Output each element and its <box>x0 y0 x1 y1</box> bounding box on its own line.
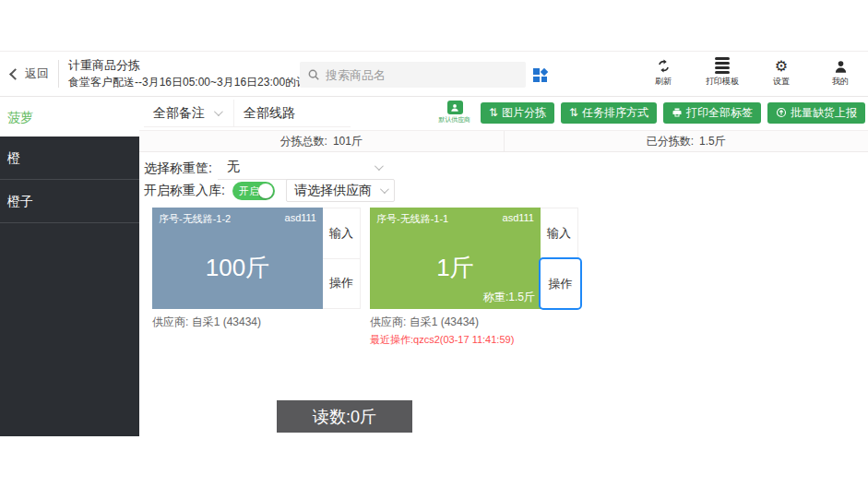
card-product: asd111 <box>503 212 534 226</box>
image-sort-label: 图片分拣 <box>502 105 546 121</box>
note-filter-select[interactable]: 全部备注 <box>144 100 234 127</box>
screen: 返回 计重商品分拣 食堂客户配送--3月16日05:00~3月16日23:00的… <box>0 0 868 499</box>
sorted-count-value: 1.5斤 <box>699 134 726 149</box>
route-filter-select[interactable]: 全部线路 <box>234 100 351 127</box>
note-filter-value: 全部备注 <box>153 105 205 122</box>
filters: 全部备注 全部线路 <box>144 100 351 127</box>
sidebar-item[interactable]: 橙子 <box>0 180 139 223</box>
search-input[interactable] <box>326 68 518 82</box>
basket-row: 选择称重筐: 无 <box>144 157 388 180</box>
print-template-label: 打印模板 <box>706 76 739 88</box>
batch-shortage-report-label: 批量缺货上报 <box>791 105 857 121</box>
route-filter-value: 全部线路 <box>244 105 295 122</box>
card-product: asd111 <box>285 212 316 226</box>
operate-button[interactable]: 操作 <box>323 259 360 309</box>
top-header: 返回 计重商品分拣 食堂客户配送--3月16日05:00~3月16日23:00的… <box>0 51 868 97</box>
supplier-badge-icon <box>447 101 463 114</box>
card-weight: 称重:1.5斤 <box>483 290 535 305</box>
sort-icon: ⇅ <box>569 107 578 118</box>
input-button[interactable]: 输入 <box>323 208 360 259</box>
weigh-toggle-label: 开启称重入库: <box>144 183 225 199</box>
supplier-select[interactable]: 请选择供应商 <box>286 179 395 202</box>
card-serial: 序号-无线路-1-2 <box>159 212 231 226</box>
sort-icon: ⇅ <box>489 107 498 118</box>
basket-select[interactable]: 无 <box>218 157 388 180</box>
task-card[interactable]: 序号-无线路-1-1 asd111 1斤 称重:1.5斤 <box>370 208 541 309</box>
tool-buttons: 默认供应商 ⇅ 图片分拣 ⇅ 任务排序方式 <box>437 101 865 125</box>
supplier-select-value: 请选择供应商 <box>294 183 372 199</box>
operate-button-focused[interactable]: 操作 <box>539 257 582 310</box>
card-actions: 输入 操作 <box>323 208 361 309</box>
sorted-count-cell: 已分拣数: 1.5斤 <box>504 131 868 151</box>
batch-shortage-report-button[interactable]: 批量缺货上报 <box>767 102 865 124</box>
card-last-operation: 最近操作:qzcs2(03-17 11:41:59) <box>370 333 580 347</box>
weigh-row: 开启称重入库: 开启 请选择供应商 <box>144 179 395 202</box>
total-count-value: 101斤 <box>333 134 363 149</box>
gear-icon: ⚙ <box>775 57 788 74</box>
card-supplier: 供应商: 自采1 (43434) <box>370 315 580 330</box>
search-icon <box>307 68 320 81</box>
page-title: 计重商品分拣 <box>68 57 318 75</box>
toggle-on-label: 开启 <box>239 182 259 200</box>
sidebar-item-selected[interactable]: 菠萝 <box>0 98 139 137</box>
basket-value: 无 <box>227 159 240 175</box>
dashboard-grid-icon[interactable] <box>533 68 547 82</box>
back-button[interactable]: 返回 <box>0 52 58 96</box>
refresh-button[interactable]: 刷新 <box>643 57 684 88</box>
sidebar-list: 橙 橙子 <box>0 137 139 436</box>
refresh-icon <box>656 57 672 74</box>
scale-reading-value: 读数:0斤 <box>313 406 376 428</box>
scale-reading-bar: 读数:0斤 <box>277 400 412 433</box>
card-serial: 序号-无线路-1-1 <box>376 212 448 226</box>
chevron-down-icon <box>214 107 223 116</box>
input-button[interactable]: 输入 <box>541 208 577 258</box>
toggle-knob <box>258 184 273 198</box>
task-order-button[interactable]: ⇅ 任务排序方式 <box>561 102 657 124</box>
my-account-button[interactable]: 我的 <box>820 57 861 88</box>
print-template-icon <box>715 57 730 74</box>
print-all-labels-label: 打印全部标签 <box>686 105 753 121</box>
main-content: 全部备注 全部线路 默认供应商 ⇅ <box>139 98 868 499</box>
print-all-labels-button[interactable]: 打印全部标签 <box>663 102 761 124</box>
user-icon <box>834 57 848 74</box>
image-sort-button[interactable]: ⇅ 图片分拣 <box>481 102 554 124</box>
chevron-down-icon <box>380 184 389 194</box>
stats-row: 分拣总数: 101斤 已分拣数: 1.5斤 <box>139 130 868 152</box>
task-cards: 序号-无线路-1-2 asd111 100斤 输入 操作 供应商: 自采1 (4… <box>152 208 580 347</box>
settings-button[interactable]: ⚙ 设置 <box>761 57 802 88</box>
default-supplier-button[interactable]: 默认供应商 <box>437 101 472 125</box>
default-supplier-label: 默认供应商 <box>439 115 471 124</box>
task-order-label: 任务排序方式 <box>582 105 648 121</box>
toolbar-row: 全部备注 全部线路 默认供应商 ⇅ <box>139 98 868 129</box>
task-card[interactable]: 序号-无线路-1-2 asd111 100斤 <box>152 208 323 309</box>
back-label: 返回 <box>25 65 49 82</box>
page-subtitle: 食堂客户配送--3月16日05:00~3月16日23:00的订单 <box>68 75 318 90</box>
print-template-button[interactable]: 打印模板 <box>702 57 743 88</box>
sidebar-item[interactable]: 橙 <box>0 137 139 180</box>
task-card-group: 序号-无线路-1-2 asd111 100斤 输入 操作 供应商: 自采1 (4… <box>152 208 363 347</box>
report-icon <box>776 107 787 118</box>
card-actions: 输入 操作 <box>541 208 578 309</box>
my-account-label: 我的 <box>832 76 849 88</box>
product-sidebar: 菠萝 橙 橙子 <box>0 98 139 436</box>
search-box[interactable] <box>300 62 526 88</box>
chevron-down-icon <box>375 161 384 171</box>
chevron-left-icon <box>9 68 21 80</box>
card-quantity: 100斤 <box>152 226 323 309</box>
basket-label: 选择称重筐: <box>144 160 212 177</box>
task-card-group: 序号-无线路-1-1 asd111 1斤 称重:1.5斤 输入 操作 供应商: … <box>370 208 580 347</box>
refresh-label: 刷新 <box>655 76 672 88</box>
header-divider <box>58 60 59 88</box>
settings-label: 设置 <box>773 76 790 88</box>
total-count-cell: 分拣总数: 101斤 <box>139 131 504 151</box>
printer-icon <box>672 107 683 118</box>
weigh-toggle[interactable]: 开启 <box>232 182 275 200</box>
title-block: 计重商品分拣 食堂客户配送--3月16日05:00~3月16日23:00的订单 <box>68 57 318 90</box>
sorted-count-label: 已分拣数: <box>647 134 694 149</box>
total-count-label: 分拣总数: <box>280 134 327 149</box>
header-actions: 刷新 打印模板 ⚙ 设置 我的 <box>643 57 861 88</box>
card-supplier: 供应商: 自采1 (43434) <box>152 315 363 330</box>
